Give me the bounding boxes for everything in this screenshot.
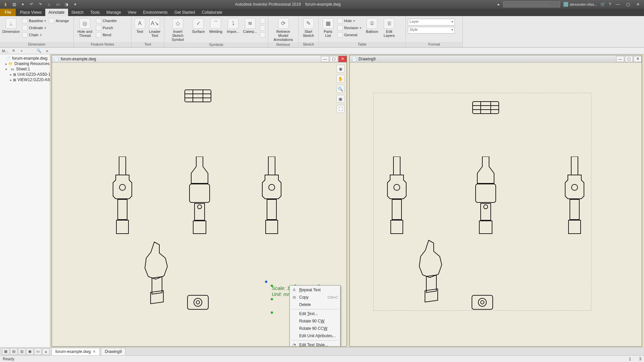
qat-home-icon[interactable]: ⌂ (46, 2, 52, 7)
hole-thread-button[interactable]: ◎Hole and Thread (76, 17, 94, 38)
mdi-left-canvas[interactable]: ◉ ✋ 🔍 ▣ ⛶ Scale: 1: Unit: mm (52, 63, 346, 346)
tree-unit[interactable]: Unit:GZ20-AS50-1 (17, 72, 50, 77)
tab-view[interactable]: View (124, 9, 140, 16)
model-tree[interactable]: 📄forum-example.dwg ▸📁Drawing Resources ▾… (0, 54, 50, 347)
balloon-button[interactable]: ①Balloon (364, 17, 380, 34)
insert-sketch-symbol-button[interactable]: ◇Insert Sketch Symbol (166, 17, 189, 42)
selection-handle[interactable] (271, 285, 273, 287)
doctab-tile-v-icon[interactable]: ▥ (18, 348, 25, 355)
tree-view[interactable]: VIEW12:GZ20-AS (17, 77, 50, 82)
mdi-right-canvas[interactable] (350, 63, 642, 346)
zoom-all-icon[interactable]: ⛶ (336, 105, 344, 113)
mdi-close-icon[interactable]: ✕ (634, 56, 642, 62)
selected-text-object[interactable]: Scale: 1: Unit: mm (272, 285, 292, 297)
qat-material-icon[interactable]: ◑ (64, 2, 69, 7)
tab-file[interactable]: File (0, 9, 16, 16)
ctx-edit-text-style[interactable]: ◔Edit Text Style... (290, 341, 340, 346)
arrange-button[interactable]: Arrange (48, 17, 69, 24)
ctx-repeat-text[interactable]: ARepeat Text (290, 286, 340, 294)
doctab-drawing9[interactable]: Drawing9 (101, 348, 125, 355)
tab-annotate[interactable]: Annotate (45, 9, 68, 16)
start-sketch-button[interactable]: ✎Start Sketch (301, 17, 316, 38)
style-dropdown[interactable]: Style (408, 27, 455, 34)
tree-resources[interactable]: Drawing Resources (14, 61, 50, 66)
caterpillar-button[interactable]: ≋Caterp... (242, 17, 258, 34)
nav-wheel-icon[interactable]: ◉ (336, 65, 344, 73)
window-max-icon[interactable]: ▢ (625, 2, 631, 7)
doctab-cascade-icon[interactable]: ▣ (26, 348, 34, 355)
doctab-up-icon[interactable]: ▴ (42, 348, 50, 355)
qat-undo-icon[interactable]: ↶ (29, 2, 34, 7)
leader-text-button[interactable]: A↘Leader Text (148, 17, 162, 38)
window-min-icon[interactable]: — (614, 2, 621, 7)
tree-sheet[interactable]: Sheet:1 (16, 67, 30, 71)
retrieve-annotations-button[interactable]: ⟳Retrieve Model Annotations (270, 17, 296, 42)
bend-button[interactable]: Bend (95, 32, 117, 38)
doctab-forum-example[interactable]: forum-example.dwg✕ (52, 348, 100, 355)
ordinate-button[interactable]: Ordinate▾ (21, 24, 47, 31)
ctx-copy[interactable]: ⧉CopyCtrl+C (290, 294, 340, 301)
browser-menu-icon[interactable]: ≡ (44, 48, 50, 54)
symbols-row-3[interactable] (259, 32, 266, 38)
qat-open-icon[interactable]: ▤ (11, 2, 17, 7)
cart-icon[interactable]: 🛒 (600, 2, 605, 7)
ctx-edit-unit-attrs[interactable]: Edit Unit Attributes... (290, 332, 340, 340)
text-button[interactable]: AText (133, 17, 146, 34)
doctab-single-icon[interactable]: ▭ (34, 348, 42, 355)
ctx-delete[interactable]: Delete (290, 301, 340, 308)
tab-environments[interactable]: Environments (140, 9, 171, 16)
chain-button[interactable]: Chain▾ (21, 32, 47, 38)
qat-redo-icon[interactable]: ↷ (38, 2, 43, 7)
selection-handle[interactable] (271, 298, 273, 300)
general-table-button[interactable]: General (337, 32, 362, 38)
window-close-icon[interactable]: ✕ (635, 2, 641, 7)
symbols-row-2[interactable] (259, 24, 266, 31)
mdi-min-icon[interactable]: — (616, 56, 624, 62)
baseline-button[interactable]: Baseline▾ (21, 17, 47, 24)
mdi-max-icon[interactable]: ▢ (330, 56, 338, 62)
tab-collaborate[interactable]: Collaborate (198, 9, 225, 16)
mdi-min-icon[interactable]: — (321, 56, 329, 62)
zoom-window-icon[interactable]: ▣ (336, 95, 344, 103)
ctx-rotate-cw[interactable]: Rotate 90 CW (290, 317, 340, 325)
close-tab-icon[interactable]: ✕ (93, 349, 96, 354)
tab-manage[interactable]: Manage (103, 9, 124, 16)
help-search-input[interactable] (503, 1, 560, 7)
parts-list-button[interactable]: ▦Parts List (321, 17, 335, 38)
punch-button[interactable]: Punch (95, 24, 117, 31)
browser-search-icon[interactable]: 🔍 (36, 48, 42, 54)
symbols-row-1[interactable] (259, 17, 266, 24)
dimension-button[interactable]: ⟂Dimension (2, 17, 20, 34)
ctx-edit-text[interactable]: Edit Text... (290, 310, 340, 317)
qat-select-icon[interactable]: ▭ (55, 2, 60, 7)
doctab-tile-h-icon[interactable]: ▤ (10, 348, 17, 355)
tab-sketch[interactable]: Sketch (68, 9, 87, 16)
qat-more-icon[interactable]: ▾ (72, 2, 78, 7)
zoom-tool-icon[interactable]: 🔍 (336, 85, 344, 93)
surface-button[interactable]: ✓Surface (191, 17, 206, 34)
info-icon[interactable]: ▸ (498, 2, 500, 7)
tab-place-views[interactable]: Place Views (16, 9, 45, 16)
import-button[interactable]: ⤵Impor... (225, 17, 241, 34)
revision-button[interactable]: Revision▾ (337, 24, 362, 31)
chamfer-button[interactable]: Chamfer (95, 17, 117, 24)
mdi-max-icon[interactable]: ▢ (625, 56, 633, 62)
selection-handle[interactable] (271, 311, 273, 314)
ctx-rotate-ccw[interactable]: Rotate 90 CCW (290, 325, 340, 332)
tree-root[interactable]: forum-example.dwg (12, 56, 47, 61)
mdi-close-icon[interactable]: ✕ (338, 56, 346, 62)
pan-tool-icon[interactable]: ✋ (336, 75, 344, 83)
tab-get-started[interactable]: Get Started (171, 9, 198, 16)
welding-button[interactable]: ⌒Welding (208, 17, 224, 34)
tab-tools[interactable]: Tools (87, 9, 103, 16)
browser-add-icon[interactable]: ＋ (19, 48, 24, 54)
layer-dropdown[interactable]: Layer (408, 19, 455, 25)
selection-origin-handle[interactable] (265, 281, 267, 283)
qat-save-icon[interactable]: ▾ (20, 2, 25, 7)
user-menu[interactable]: alexander.nilss... (564, 2, 597, 7)
doctab-grid-icon[interactable]: ▦ (2, 348, 9, 355)
hole-table-button[interactable]: Hole▾ (337, 17, 362, 24)
help-icon[interactable]: ? (609, 2, 611, 7)
edit-layers-button[interactable]: ≣Edit Layers (382, 17, 396, 38)
browser-close-icon[interactable]: ✕ (11, 48, 16, 54)
